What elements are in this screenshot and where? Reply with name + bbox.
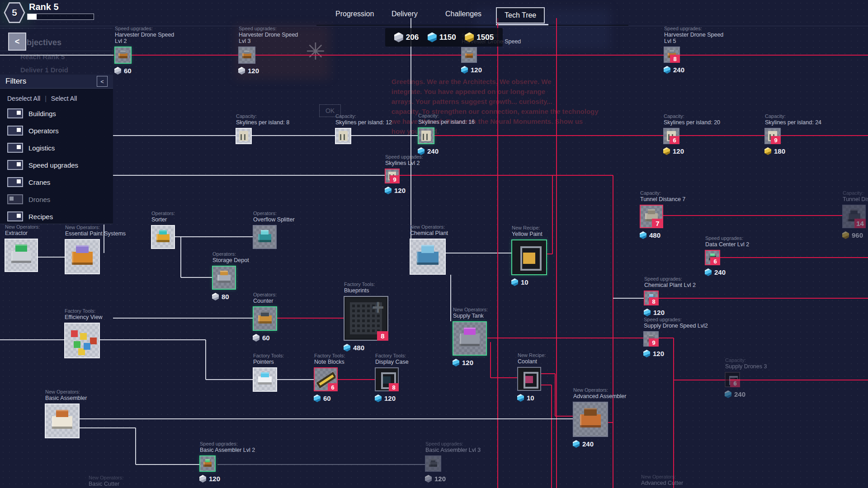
tech-node-harvester-drone-speed-2[interactable]: Speed upgrades:Harvester Drone SpeedLvl … — [114, 47, 132, 64]
tech-node-icon[interactable]: 9 — [643, 331, 659, 347]
tech-node-skylines-per-island-8[interactable]: Capacity:Skylines per island: 8 — [236, 128, 252, 144]
tech-node-icon[interactable] — [65, 239, 100, 274]
tech-node-icon[interactable] — [573, 402, 608, 437]
tech-node-icon[interactable] — [253, 367, 277, 392]
filter-item-speed-upgrades[interactable]: Speed upgrades — [0, 156, 113, 174]
tech-node-data-center-lvl-2[interactable]: 6Speed upgrades:Data Center Lvl 2240 — [705, 250, 720, 265]
tech-node-note-blocks[interactable]: 6Factory Tools:Note Blocks60 — [314, 367, 338, 391]
tech-node-icon[interactable] — [236, 128, 252, 144]
tech-node-icon[interactable] — [517, 367, 541, 391]
toggle-icon[interactable] — [7, 126, 23, 136]
tech-node-essential-paint-systems[interactable]: New Operators:Essential Paint Systems — [65, 239, 100, 274]
tech-node-sorter[interactable]: Operators:Sorter — [151, 225, 175, 249]
tech-node-yellow-paint[interactable]: New Recipe:Yellow Paint10 — [511, 239, 547, 275]
tech-node-icon[interactable]: 7 — [640, 205, 663, 228]
deselect-all-button[interactable]: Deselect All — [7, 95, 40, 102]
tech-node-icon[interactable] — [64, 323, 100, 358]
tech-node-icon[interactable]: 6 — [663, 128, 679, 144]
tech-node-icon[interactable]: 8 — [664, 47, 680, 63]
tech-node-overflow-splitter[interactable]: Operators:Overflow Splitter — [253, 225, 277, 249]
toggle-icon[interactable] — [7, 194, 23, 204]
tab-progression[interactable]: Progression — [335, 10, 374, 18]
tech-node-extractor[interactable]: New Operators:Extractor — [5, 239, 38, 272]
tab-challenges[interactable]: Challenges — [445, 10, 481, 18]
tech-node-icon[interactable]: 14 — [842, 205, 866, 228]
tech-node-supply-drone-speed-lvl2[interactable]: 9Speed upgrades:Supply Drone Speed Lvl21… — [643, 331, 659, 347]
tech-node-icon[interactable] — [5, 239, 38, 272]
tech-node-blueprints[interactable]: 8Factory Tools:Blueprints480 — [344, 296, 388, 341]
tech-node-icon[interactable] — [114, 47, 132, 64]
tech-node-skylines-per-island-20[interactable]: 6Capacity:Skylines per island: 20120 — [663, 128, 679, 144]
filter-item-logistics[interactable]: Logistics — [0, 139, 113, 156]
tech-node-icon[interactable] — [461, 47, 477, 63]
filter-item-operators[interactable]: Operators — [0, 122, 113, 139]
basic-assembler-lvl-3-icon — [427, 458, 439, 469]
filter-item-drones[interactable]: Drones — [0, 191, 113, 208]
tech-node-coolant[interactable]: New Recipe:Coolant10 — [517, 367, 541, 391]
tech-node-efficiency-view[interactable]: Factory Tools:Efficiency View — [64, 323, 100, 358]
tech-node-advanced-assembler[interactable]: New Operators:Advanced Assembler240 — [573, 402, 608, 437]
toggle-icon[interactable] — [7, 177, 23, 187]
tech-node-icon[interactable]: 8 — [375, 367, 399, 391]
tech-node-icon[interactable] — [253, 306, 277, 331]
back-button[interactable]: < — [8, 33, 26, 51]
tech-node-skylines-per-island-16[interactable]: Capacity:Skylines per island: 16240 — [418, 127, 434, 144]
tech-node-icon[interactable] — [253, 225, 277, 249]
tech-node-icon[interactable] — [410, 239, 446, 275]
tech-node-skylines-per-island-24[interactable]: 9Capacity:Skylines per island: 24180 — [764, 128, 781, 144]
tech-node-icon[interactable] — [511, 239, 547, 275]
tech-node-harvester-drone-speed-4[interactable]: Speed upgrades:Harvester Drone Speed120 — [461, 47, 477, 63]
tech-node-pointers[interactable]: Factory Tools:Pointers — [253, 367, 277, 392]
filters-collapse-button[interactable]: < — [97, 76, 108, 87]
tech-node-basic-assembler[interactable]: New Operators:Basic Assembler — [45, 404, 80, 438]
filter-item-recipes[interactable]: Recipes — [0, 208, 113, 225]
tech-node-icon[interactable] — [151, 225, 175, 249]
tech-node-icon[interactable] — [238, 47, 255, 64]
toggle-icon[interactable] — [7, 143, 23, 153]
tech-node-harvester-drone-speed-3[interactable]: Speed upgrades:Harvester Drone SpeedLvl … — [238, 47, 255, 64]
tech-node-icon[interactable]: 6 — [705, 250, 720, 265]
tech-node-icon[interactable]: 9 — [764, 128, 781, 144]
tech-node-supply-tank[interactable]: New Operators:Supply Tank120 — [453, 321, 487, 356]
tech-node-icon[interactable]: 6 — [314, 367, 338, 391]
select-all-button[interactable]: Select All — [51, 95, 77, 102]
tech-node-icon[interactable] — [199, 455, 216, 472]
tech-node-skylines-lvl-2[interactable]: 9Speed upgrades:Skylines Lvl 2120 — [385, 169, 400, 183]
tech-node-tunnel-distance-8[interactable]: 14Capacity:Tunnel Dist960 — [842, 205, 866, 228]
tech-node-skylines-per-island-12[interactable]: Capacity:Skylines per island: 12 — [335, 128, 351, 144]
tech-node-icon[interactable] — [45, 404, 80, 438]
toggle-icon[interactable] — [7, 108, 23, 118]
tech-node-icon[interactable] — [453, 321, 487, 356]
tech-node-icon[interactable]: 6 — [725, 372, 740, 387]
tech-node-basic-assembler-lvl-2[interactable]: Speed upgrades:Basic Assembler Lvl 2120 — [199, 455, 216, 472]
tech-node-icon[interactable] — [425, 455, 441, 472]
tech-node-icon[interactable] — [335, 128, 351, 144]
tech-node-chemical-plant-lvl-2[interactable]: 8Speed upgrades:Chemical Plant Lvl 2120 — [644, 291, 659, 305]
sorter-icon — [153, 227, 173, 247]
tab-tech-tree[interactable]: Tech Tree — [496, 7, 545, 23]
tab-delivery[interactable]: Delivery — [392, 10, 418, 18]
tech-node-label: New Operators:Supply Tank — [453, 306, 488, 319]
filter-item-buildings[interactable]: Buildings — [0, 105, 113, 122]
tech-node-chemical-plant[interactable]: New Operators:Chemical Plant — [410, 239, 446, 275]
tech-node-counter[interactable]: Operators:Counter60 — [253, 306, 277, 331]
tech-node-icon[interactable]: 9 — [385, 169, 400, 183]
rank-requirement-badge: 9 — [649, 338, 659, 347]
tech-node-storage-depot[interactable]: Operators:Storage Depot80 — [212, 266, 236, 290]
tech-node-icon[interactable]: 8 — [644, 291, 659, 305]
filter-item-cranes[interactable]: Cranes — [0, 174, 113, 191]
toggle-icon[interactable] — [7, 160, 23, 170]
tech-node-icon[interactable] — [418, 127, 434, 144]
tech-tree-stage[interactable]: ✳ Greetings. We are the Architects. We o… — [0, 0, 868, 488]
white-cube-icon — [238, 67, 245, 75]
tech-node-cost: 480 — [344, 344, 364, 352]
tech-node-icon[interactable]: 8 — [344, 296, 388, 341]
tech-node-display-case[interactable]: 8Factory Tools:Display Case120 — [375, 367, 399, 391]
tech-node-icon[interactable] — [212, 266, 236, 290]
toggle-icon[interactable] — [7, 211, 23, 221]
tech-node-supply-drones-3[interactable]: 6Capacity:Supply Drones 3240 — [725, 372, 740, 387]
tech-node-basic-assembler-lvl-3[interactable]: Speed upgrades:Basic Assembler Lvl 3120 — [425, 455, 441, 472]
tech-node-tunnel-distance-7[interactable]: 7Capacity:Tunnel Distance 7480 — [640, 205, 663, 228]
blue-cube-icon — [344, 344, 350, 352]
tech-node-harvester-drone-speed-5[interactable]: 8Speed upgrades:Harvester Drone SpeedLvl… — [664, 47, 680, 63]
